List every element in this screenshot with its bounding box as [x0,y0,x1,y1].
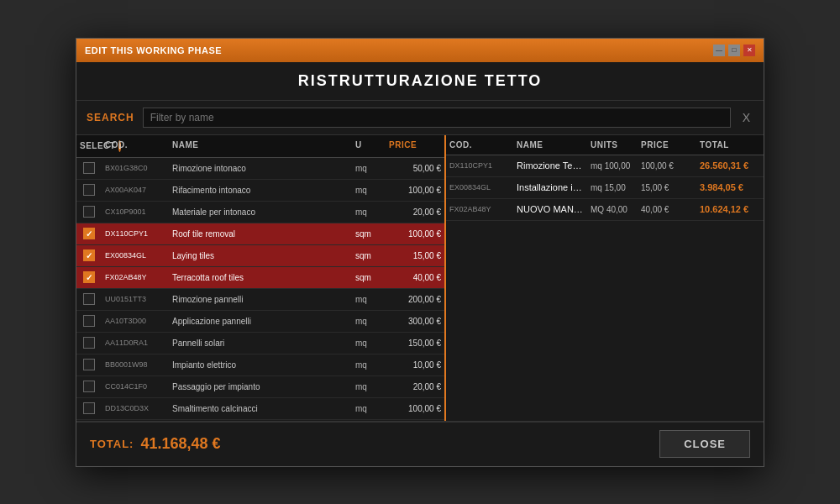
row-price: 40,00 € [386,271,444,284]
checkbox[interactable] [83,337,95,349]
checkbox[interactable] [83,162,95,174]
right-table-header: COD. NAME UNITS PRICE TOTAL [446,135,764,155]
checkbox[interactable] [83,293,95,305]
row-name: Rimozione intonaco [169,162,352,175]
row-price: 20,00 € [386,381,444,393]
table-row[interactable]: DX110CPY1 Roof tile removal sqm 100,00 € [76,223,444,245]
main-content: SELECT i COD. NAME U Price BX01G38C0 Rim… [76,135,764,421]
checkbox[interactable] [83,249,95,261]
right-row-total: 26.560,31 € [696,158,764,173]
row-checkbox[interactable] [76,291,102,307]
title-bar: EDIT THIS WORKING PHASE — □ ✕ [76,39,764,62]
row-name: Passaggio per impianto [169,381,352,393]
table-row[interactable]: CC014C1F0 Passaggio per impianto mq 20,0… [76,376,444,398]
row-checkbox[interactable] [76,270,102,285]
window-close-button[interactable]: ✕ [743,45,755,56]
right-table-row[interactable]: DX110CPY1 Rimozione Tegole mq 100,00 100… [446,155,764,177]
checkbox[interactable] [83,228,95,239]
cod-column-header: COD. [102,139,169,154]
table-row[interactable]: AX00AK047 Rifacimento intonaco mq 100,00… [76,180,444,202]
row-checkbox[interactable] [76,226,102,241]
checkbox[interactable] [83,206,95,218]
row-checkbox[interactable] [76,401,102,416]
right-row-name: Rimozione Tegole [513,158,587,173]
footer: TOTAL: 41.168,48 € CLOSE [76,421,764,466]
row-checkbox[interactable] [76,160,102,176]
row-checkbox[interactable] [76,248,102,263]
row-unit: mq [352,184,386,197]
close-button[interactable]: CLOSE [659,430,750,458]
row-code: BB0001W98 [102,359,169,370]
checkbox[interactable] [83,184,95,196]
right-panel: COD. NAME UNITS PRICE TOTAL DX110CPY1 Ri… [446,135,764,421]
row-name: Roof tile removal [169,228,352,240]
row-code: CC014C1F0 [102,381,169,392]
table-row[interactable]: DD13C0D3X Smaltimento calcinacci mq 100,… [76,398,444,420]
row-unit: mq [352,162,386,175]
right-table-row[interactable]: FX02AB48Y NUOVO MANTO DI TEGOLE MQ 40,00… [446,199,764,221]
maximize-button[interactable]: □ [728,45,740,56]
row-checkbox[interactable] [76,379,102,394]
row-code: BX01G38C0 [102,162,169,174]
total-display: TOTAL: 41.168,48 € [90,435,221,453]
search-clear-button[interactable]: X [739,111,753,124]
row-unit: mq [352,337,386,349]
checkbox[interactable] [83,271,95,283]
row-name: Rifacimento intonaco [169,184,352,197]
checkbox[interactable] [83,381,95,392]
checkbox[interactable] [83,315,95,327]
row-unit: mq [352,381,386,393]
table-row[interactable]: CX10P9001 Materiale per intonaco mq 20,0… [76,202,444,223]
table-row[interactable]: EX00834GL Laying tiles sqm 15,00 € [76,245,444,267]
minimize-button[interactable]: — [713,45,725,56]
table-row[interactable]: EE11RE300 Smaltimento pannelli mq 100,00… [76,420,444,421]
row-unit: mq [352,359,386,371]
right-row-price: 40,00 € [638,202,696,217]
row-code: FX02AB48Y [102,271,169,283]
row-unit: sqm [352,271,386,284]
table-row[interactable]: AA10T3D00 Applicazione pannelli mq 300,0… [76,311,444,333]
main-window: EDIT THIS WORKING PHASE — □ ✕ RISTRUTTUR… [76,38,764,467]
table-row[interactable]: UU0151TT3 Rimozione pannelli mq 200,00 € [76,289,444,311]
row-code: AX00AK047 [102,184,169,196]
search-bar: SEARCH X [76,101,764,135]
right-row-total: 10.624,12 € [696,202,764,217]
table-row[interactable]: BB0001W98 Impianto elettrico mq 10,00 € [76,354,444,376]
row-checkbox[interactable] [76,313,102,328]
left-panel: SELECT i COD. NAME U Price BX01G38C0 Rim… [76,135,446,421]
row-checkbox[interactable] [76,357,102,372]
right-name-header: NAME [513,139,587,151]
right-table-row[interactable]: EX00834GL Installazione isolamento mq 15… [446,177,764,199]
unit-column-header: U [352,139,386,154]
right-row-price: 15,00 € [638,181,696,195]
right-row-total: 3.984,05 € [696,180,764,195]
checkbox[interactable] [83,402,95,414]
row-code: UU0151TT3 [102,293,169,305]
search-input[interactable] [143,108,731,128]
row-code: DX110CPY1 [102,228,169,239]
row-name: Rimozione pannelli [169,293,352,306]
row-price: 150,00 € [386,337,444,349]
row-unit: sqm [352,228,386,240]
table-row[interactable]: FX02AB48Y Terracotta roof tiles sqm 40,0… [76,267,444,289]
row-name: Laying tiles [169,249,352,262]
right-row-code: FX02AB48Y [446,202,513,216]
checkbox[interactable] [83,359,95,370]
total-label: TOTAL: [90,438,134,450]
right-row-name: Installazione isolamento [513,180,587,195]
left-table-header: SELECT i COD. NAME U Price [76,135,444,158]
row-checkbox[interactable] [76,204,102,219]
search-label: SEARCH [87,112,134,123]
row-code: AA11D0RA1 [102,337,169,349]
row-name: Applicazione pannelli [169,315,352,328]
table-row[interactable]: AA11D0RA1 Pannelli solari mq 150,00 € [76,333,444,354]
price-column-header: Price [386,139,444,154]
row-name: Impianto elettrico [169,359,352,371]
row-code: EX00834GL [102,249,169,261]
right-total-header: TOTAL [696,139,764,151]
row-checkbox[interactable] [76,182,102,197]
row-checkbox[interactable] [76,335,102,350]
table-row[interactable]: BX01G38C0 Rimozione intonaco mq 50,00 € [76,158,444,180]
row-price: 200,00 € [386,293,444,306]
left-table-body: BX01G38C0 Rimozione intonaco mq 50,00 € … [76,158,444,421]
